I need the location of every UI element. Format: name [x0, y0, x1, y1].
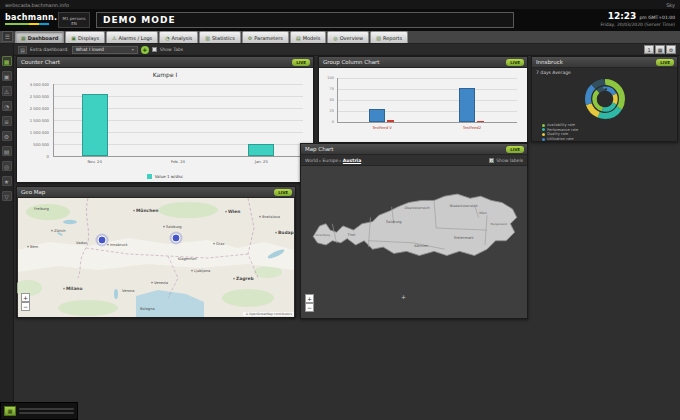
region-label-vorarlberg: Vorarlberg	[316, 233, 331, 237]
tab-overview[interactable]: ◎Overview	[327, 31, 369, 43]
map-chart-header[interactable]: Map Chart LIVE	[301, 144, 527, 155]
show-tabs-checkbox[interactable]	[152, 47, 157, 52]
nav-menu-button[interactable]: ☰	[2, 31, 13, 42]
clock-time: 12:23 pm GMT+01:00	[600, 11, 675, 21]
lake-constance	[63, 220, 77, 224]
show-labels-label: Show labels	[496, 158, 523, 163]
breadcrumb-austria[interactable]: Austria	[343, 158, 361, 163]
tab-models[interactable]: ▤Models	[290, 31, 326, 43]
parameters-icon: ⚙	[248, 35, 252, 41]
gridline	[337, 122, 517, 123]
city-label-venezia: Venezia	[154, 281, 168, 285]
region-label-burgenland: Burgenland	[491, 222, 507, 226]
show-labels-checkbox[interactable]: ✓	[489, 158, 494, 163]
tab-dashboard[interactable]: ▦Dashboard	[15, 31, 64, 43]
x-tick-label: Feb. 24	[136, 159, 219, 164]
logo-underline	[5, 23, 49, 25]
region-label-salzburg: Salzburg	[386, 220, 402, 224]
city-dot	[213, 243, 215, 245]
city-label-budapest: Budapest	[278, 230, 295, 235]
browser-url[interactable]: webscada.bachmann.info	[5, 2, 69, 8]
trends-icon[interactable]: ◔	[2, 101, 12, 111]
legend-dot	[542, 128, 545, 131]
city-label-m-nchen: München	[136, 208, 158, 213]
geo-map-header[interactable]: Geo Map LIVE	[17, 187, 295, 198]
tab-reports[interactable]: ▧Reports	[370, 31, 408, 43]
y-tick-label: 1 000 000	[17, 130, 49, 135]
overview-icon[interactable]: ◎	[2, 161, 12, 171]
displays-icon: ▣	[71, 35, 76, 41]
map-chart-body: World ▸ Europe ▸ Austria ✓ Show labels V…	[301, 155, 527, 318]
minimized-widget[interactable]: ▦	[0, 402, 78, 420]
x-tick-label: Jan. 25	[220, 159, 303, 164]
zoom-in-button[interactable]: +	[305, 294, 314, 303]
zoom-out-button[interactable]: −	[305, 303, 314, 312]
tab-statistics[interactable]: ▥Statistics	[199, 31, 241, 43]
dashboard-select[interactable]: What I loved ▾	[72, 46, 138, 54]
map-attribution[interactable]: © OpenStreetMap contributors	[243, 312, 294, 316]
module-badge[interactable]: M1 persons EN	[58, 12, 90, 28]
donut-legend: Availability ratePerformance rateQuality…	[542, 123, 675, 141]
minimized-widget-icon[interactable]: ▦	[4, 406, 16, 416]
breadcrumb-world[interactable]: World	[305, 158, 318, 163]
live-badge[interactable]: LIVE	[274, 189, 292, 196]
favorites-icon[interactable]: ★	[2, 176, 12, 186]
subbar-menu-icon[interactable]: ▤	[18, 46, 27, 54]
history-icon[interactable]: ▽	[2, 191, 12, 201]
alarms-icon[interactable]: ⚠	[2, 86, 12, 96]
extra-dashboard-label: Extra dashboard:	[30, 47, 69, 52]
city-label-salzburg: Salzburg	[166, 225, 182, 229]
breadcrumb-europe[interactable]: Europe	[322, 158, 338, 163]
group-column-chart-panel: Group Column Chart LIVE 0255075100Testfe…	[318, 56, 528, 143]
tab-label: Overview	[340, 35, 364, 41]
city-dot	[27, 246, 29, 248]
map-marker-0[interactable]	[98, 236, 106, 244]
live-badge[interactable]: LIVE	[506, 59, 524, 66]
geo-map-body[interactable]: FreiburgZürichBernVaduzMünchenInnsbruckS…	[17, 198, 295, 317]
map-chart-zoom-control: + −	[305, 294, 314, 312]
live-badge[interactable]: LIVE	[656, 59, 674, 66]
browser-user-label[interactable]: Sky	[666, 2, 675, 8]
zoom-out-button[interactable]: −	[21, 302, 30, 311]
city-label-klagenfurt: Klagenfurt	[178, 257, 197, 261]
city-label-milano: Milano	[66, 286, 82, 291]
lists-icon[interactable]: ≡	[2, 116, 12, 126]
live-badge[interactable]: LIVE	[292, 59, 310, 66]
tab-displays[interactable]: ▣Displays	[65, 31, 105, 43]
counter-chart-header[interactable]: Counter Chart LIVE	[17, 57, 313, 68]
subbar-tool-button-0[interactable]: 1	[644, 45, 654, 54]
live-badge[interactable]: LIVE	[506, 146, 524, 153]
map-chart-panel: Map Chart LIVE World ▸ Europe ▸ Austria …	[300, 143, 528, 319]
settings-icon[interactable]: ⚙	[2, 131, 12, 141]
y-tick-label: 100	[319, 76, 334, 80]
clock: 12:23 pm GMT+01:00 Friday, 20/03/2020 (S…	[600, 11, 675, 27]
y-tick-label: 0	[319, 120, 334, 124]
tab-parameters[interactable]: ⚙Parameters	[242, 31, 289, 43]
displays-icon[interactable]: ▣	[2, 71, 12, 81]
region-label-ober-sterreich: Oberösterreich	[405, 206, 430, 210]
dashboard-select-value: What I loved	[76, 47, 104, 52]
bar-testfeed-v-a	[369, 109, 385, 122]
subbar-tool-button-2[interactable]: ⚙	[666, 45, 676, 54]
tab-label: Analysis	[172, 35, 193, 41]
zoom-in-button[interactable]: +	[21, 293, 30, 302]
subbar-tool-button-1[interactable]: ▦	[655, 45, 665, 54]
add-dashboard-button[interactable]: +	[141, 46, 149, 54]
tab-label: Parameters	[254, 35, 283, 41]
layers-icon[interactable]: ▤	[2, 146, 12, 156]
city-label-vaduz: Vaduz	[76, 241, 87, 245]
gridline	[53, 156, 303, 157]
tab-alarms-logs[interactable]: ⚠Alarms / Logs	[106, 31, 158, 43]
dashboard-subbar: ▤ Extra dashboard: What I loved ▾ + Show…	[14, 44, 680, 56]
counter-chart-plot: 0500 0001 000 0001 500 0002 000 0002 500…	[17, 68, 313, 182]
geo-map[interactable]: FreiburgZürichBernVaduzMünchenInnsbruckS…	[17, 198, 295, 317]
city-dot	[275, 232, 277, 234]
tab-analysis[interactable]: ◔Analysis	[159, 31, 198, 43]
group-chart-header[interactable]: Group Column Chart LIVE	[319, 57, 527, 68]
dashboard-icon[interactable]: ▦	[2, 56, 12, 66]
donut-panel-header[interactable]: Innsbruck LIVE	[532, 57, 677, 68]
austria-map[interactable]: VorarlbergTirolSalzburgOberösterreichNie…	[309, 175, 521, 281]
tab-label: Displays	[78, 35, 99, 41]
map-marker-1[interactable]	[172, 234, 180, 242]
donut-chart	[583, 77, 627, 121]
